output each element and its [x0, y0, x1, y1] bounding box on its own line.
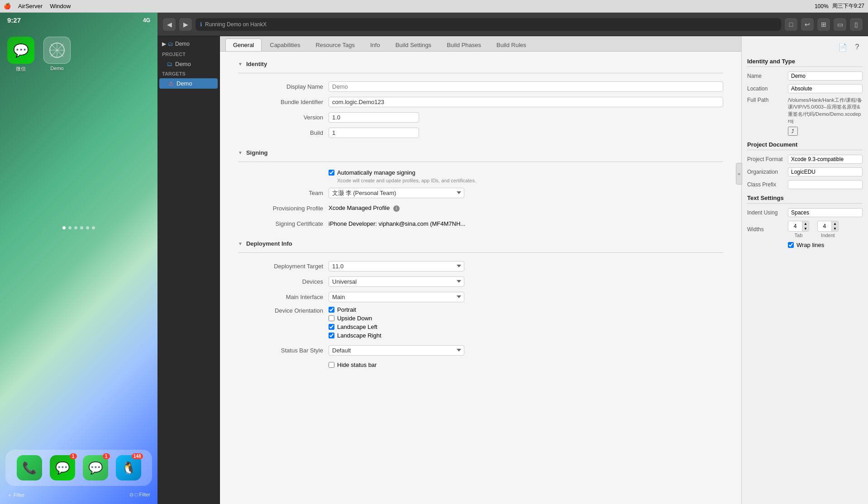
messages-dock-icon[interactable]: 💬 1	[83, 455, 108, 480]
iphone-status-bar: 9:27 4G	[0, 13, 157, 28]
rp-project-format-label: Project Format	[747, 156, 788, 162]
help-icon-btn[interactable]: ?	[852, 42, 863, 52]
window-menu[interactable]: Window	[50, 3, 71, 10]
version-input[interactable]	[329, 112, 419, 123]
rp-organization-row: Organization	[747, 167, 863, 176]
auto-signing-checkbox[interactable]	[329, 170, 334, 176]
reveal-in-finder-btn[interactable]: ⤴	[788, 127, 798, 136]
deployment-target-select[interactable]: 11.0	[329, 261, 464, 271]
rp-organization-input[interactable]	[788, 167, 863, 176]
sidebar-item-demo-project[interactable]: 🗂 Demo	[157, 59, 219, 69]
devices-select[interactable]: Universal	[329, 276, 464, 287]
airserver-menu[interactable]: AirServer	[18, 3, 43, 10]
toolbar-back-btn[interactable]: ◀	[163, 18, 176, 31]
bundle-id-input[interactable]	[329, 97, 723, 107]
rp-tab-width-input[interactable]	[788, 222, 802, 230]
qq-dock-icon[interactable]: 🐧 148	[116, 455, 141, 480]
main-interface-select[interactable]: Main	[329, 292, 464, 302]
xcode-panel: ◀ ▶ ℹ Running Demo on HankX □ ↩ ⊞ ▭ ▯ ▶ …	[157, 13, 868, 504]
rp-location-value: Absolute	[788, 84, 863, 93]
landscape-right-label: Landscape Right	[337, 332, 382, 339]
rp-name-value	[788, 71, 863, 81]
right-panel-toolbar: 📄 ?	[747, 42, 863, 52]
tab-capabilities[interactable]: Capabilities	[262, 39, 307, 51]
wechat-label: 微信	[16, 66, 26, 72]
devices-label: Devices	[238, 278, 329, 285]
target-icon: ⚠	[168, 80, 174, 87]
tab-general[interactable]: General	[225, 38, 262, 51]
project-icon: 🗂	[167, 61, 172, 67]
iphone-panel: 9:27 4G 💬 微信 Demo	[0, 13, 157, 504]
wechat-app-icon[interactable]: 💬	[7, 37, 34, 64]
signing-section: ▼ Signing Automatically manage signing	[238, 149, 723, 229]
apple-menu[interactable]: 🍎	[4, 3, 11, 10]
tab-build-settings[interactable]: Build Settings	[388, 39, 439, 51]
tab-build-rules[interactable]: Build Rules	[489, 39, 534, 51]
toolbar-forward-btn[interactable]: ▶	[179, 18, 192, 31]
list-item[interactable]: Demo	[43, 37, 71, 72]
device-orientation-value: Portrait Upside Down Landscape Left	[329, 306, 723, 341]
landscape-left-row: Landscape Left	[329, 323, 723, 330]
tab-info[interactable]: Info	[363, 39, 387, 51]
layout-btn1[interactable]: ⊞	[817, 18, 830, 31]
identity-collapse-toggle[interactable]: ▼	[238, 62, 243, 67]
wrap-lines-checkbox[interactable]	[788, 242, 794, 248]
layout-btn3[interactable]: ▯	[850, 18, 863, 31]
landscape-left-checkbox[interactable]	[329, 324, 334, 330]
breadcrumb-arrow: ▶	[162, 41, 166, 47]
layout-btn2[interactable]: ▭	[834, 18, 846, 31]
rp-indent-width-input[interactable]	[818, 222, 831, 230]
deployment-collapse-toggle[interactable]: ▼	[238, 241, 243, 246]
provisioning-row: Provisioning Profile Xcode Managed Profi…	[238, 202, 723, 214]
breadcrumb-icon: 🗂	[168, 41, 173, 47]
rp-class-prefix-input[interactable]	[788, 180, 863, 189]
signing-collapse-toggle[interactable]: ▼	[238, 150, 243, 155]
landscape-right-checkbox[interactable]	[329, 333, 334, 338]
hide-status-bar-checkbox[interactable]	[329, 362, 334, 368]
identity-type-title: Identity and Type	[747, 58, 863, 67]
share-btn[interactable]: ↩	[801, 18, 814, 31]
rp-location-select[interactable]: Absolute	[788, 84, 863, 93]
version-row: Version	[238, 111, 723, 123]
sidebar-item-demo-target[interactable]: ⚠ Demo	[159, 78, 218, 89]
tab-width-up-btn[interactable]: ▲	[802, 221, 809, 226]
file-icon-btn[interactable]: 📄	[837, 42, 848, 52]
deployment-target-label: Deployment Target	[238, 263, 329, 270]
wechat-dock-icon[interactable]: 💬 1	[50, 455, 75, 480]
messages-badge: 1	[103, 453, 110, 459]
build-input[interactable]	[329, 128, 419, 138]
portrait-checkbox[interactable]	[329, 307, 334, 313]
panel-collapse-btn[interactable]: »	[741, 163, 742, 185]
tab-build-phases[interactable]: Build Phases	[439, 39, 488, 51]
demo-app-icon[interactable]	[43, 37, 71, 64]
info-icon[interactable]: i	[393, 205, 400, 212]
iphone-dock: 📞 💬 1 💬 1 🐧 148	[5, 450, 152, 486]
page-dot	[62, 226, 66, 229]
team-label: Team	[238, 190, 329, 196]
rp-full-path-label: Full Path	[747, 97, 788, 103]
tab-resource-tags[interactable]: Resource Tags	[308, 39, 362, 51]
build-row: Build	[238, 127, 723, 138]
team-row: Team 文灏 李 (Personal Team)	[238, 187, 723, 199]
rp-indent-using-select[interactable]: Spaces	[788, 208, 863, 217]
phone-dock-icon[interactable]: 📞	[17, 455, 42, 480]
tab-width-down-btn[interactable]: ▼	[802, 226, 809, 231]
tab-width-label: Tab	[795, 233, 803, 238]
upside-down-checkbox[interactable]	[329, 315, 334, 321]
device-orientation-label: Device Orientation	[238, 306, 329, 314]
stop-btn[interactable]: □	[785, 18, 797, 31]
deployment-section-title: Deployment Info	[246, 240, 292, 247]
provisioning-label: Provisioning Profile	[238, 205, 329, 212]
list-item[interactable]: 💬 微信	[7, 37, 34, 72]
indent-width-up-btn[interactable]: ▲	[832, 221, 838, 226]
team-select[interactable]: 文灏 李 (Personal Team)	[329, 188, 464, 198]
status-bar-select[interactable]: Default	[329, 345, 464, 356]
rp-project-format-select[interactable]: Xcode 9.3-compatible	[788, 155, 863, 164]
portrait-label: Portrait	[337, 306, 356, 313]
indent-width-down-btn[interactable]: ▼	[832, 226, 838, 231]
editor-area: General Capabilities Resource Tags Info …	[220, 36, 741, 504]
rp-name-input[interactable]	[788, 71, 863, 81]
landscape-right-row: Landscape Right	[329, 332, 723, 339]
display-name-input[interactable]	[329, 81, 723, 92]
xcode-toolbar: ◀ ▶ ℹ Running Demo on HankX □ ↩ ⊞ ▭ ▯	[157, 13, 868, 36]
